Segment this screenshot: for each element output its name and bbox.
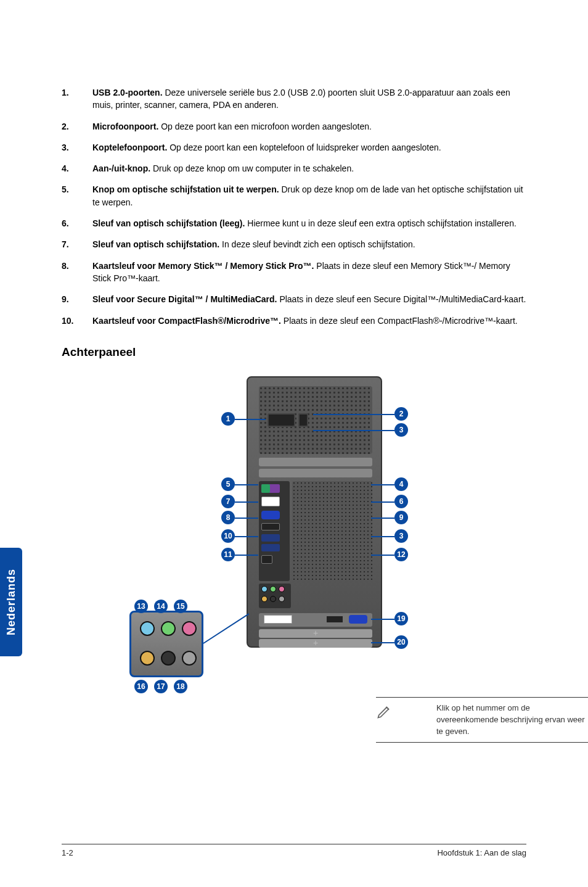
dvi-port-icon (264, 615, 292, 624)
feature-item: 8.Kaartsleuf voor Memory Stick™ / Memory… (62, 260, 526, 285)
callout-16[interactable]: 16 (134, 680, 148, 693)
callout-3[interactable]: 3 (394, 423, 408, 437)
feature-num: 5. (62, 183, 92, 208)
feature-text: Kaartsleuf voor CompactFlash®/Microdrive… (92, 315, 526, 327)
feature-num: 2. (62, 120, 92, 133)
callout-line (235, 555, 258, 556)
dvi-port-icon (261, 497, 280, 506)
callout-3[interactable]: 3 (394, 529, 408, 543)
language-label: Nederlands (5, 569, 18, 635)
callout-14[interactable]: 14 (154, 600, 168, 613)
feature-item: 1.USB 2.0-poorten. Deze universele serië… (62, 86, 526, 112)
audio-jack-icon (270, 586, 276, 592)
feature-num: 10. (62, 315, 92, 327)
callout-line (235, 518, 258, 519)
info-note: Klik op het nummer om de overeenkomende … (376, 697, 588, 743)
callout-line (235, 419, 266, 420)
vent-strip (259, 458, 372, 466)
callout-13[interactable]: 13 (134, 600, 148, 613)
hdmi-port-icon (261, 523, 280, 530)
callout-line (371, 484, 394, 485)
feature-num: 4. (62, 162, 92, 175)
feature-text: Microfoonpoort. Op deze poort kan een mi… (92, 120, 526, 133)
expansion-card-row (259, 613, 372, 627)
section-heading: Achterpaneel (62, 345, 526, 359)
callout-line (313, 430, 394, 431)
feature-text: Kaartsleuf voor Memory Stick™ / Memory S… (92, 260, 526, 285)
feature-text: Sleuf voor Secure Digital™ / MultiMediaC… (92, 293, 526, 305)
feature-item: 2.Microfoonpoort. Op deze poort kan een … (62, 120, 526, 133)
audio-jack-icon (182, 651, 197, 666)
power-connector-icon (267, 413, 295, 427)
callout-4[interactable]: 4 (394, 477, 408, 491)
expansion-slot (259, 639, 372, 648)
feature-num: 3. (62, 141, 92, 154)
usb-port-icon (261, 534, 280, 542)
expansion-slot (259, 629, 372, 638)
feature-num: 8. (62, 260, 92, 285)
feature-item: 9.Sleuf voor Secure Digital™ / MultiMedi… (62, 293, 526, 305)
feature-text: Aan-/uit-knop. Druk op deze knop om uw c… (92, 162, 526, 175)
feature-item: 3.Koptelefoonpoort. Op deze poort kan ee… (62, 141, 526, 154)
zoom-leader-line (203, 613, 249, 644)
ps2-port-icon (261, 484, 270, 493)
page-number: 1-2 (62, 848, 73, 857)
callout-17[interactable]: 17 (154, 680, 168, 693)
usb-port-icon (261, 544, 280, 551)
audio-jack-icon (140, 621, 155, 636)
callout-line (235, 536, 258, 537)
feature-text: Sleuf van optisch schijfstation. In deze… (92, 238, 526, 250)
pencil-icon (376, 703, 393, 720)
callout-8[interactable]: 8 (221, 511, 235, 524)
feature-text: Koptelefoonpoort. Op deze poort kan een … (92, 141, 526, 154)
feature-item: 5.Knop om optische schijfstation uit te … (62, 183, 526, 208)
lan-port-icon (261, 555, 272, 564)
feature-num: 1. (62, 86, 92, 112)
callout-19[interactable]: 19 (394, 612, 408, 625)
rear-panel-diagram: 1 5 7 8 10 11 2 3 4 6 9 3 12 19 20 13 14… (62, 376, 526, 685)
page-footer: 1-2 Hoofdstuk 1: Aan de slag (0, 844, 588, 857)
vent-strip (259, 469, 372, 477)
feature-num: 6. (62, 217, 92, 229)
audio-jack-icon (279, 586, 285, 592)
audio-jack-zoom (129, 611, 203, 677)
callout-20[interactable]: 20 (394, 635, 408, 649)
audio-jack-icon (161, 621, 176, 636)
feature-item: 4.Aan-/uit-knop. Druk op deze knop om uw… (62, 162, 526, 175)
callout-9[interactable]: 9 (394, 511, 408, 524)
callout-11[interactable]: 11 (221, 548, 235, 561)
feature-num: 7. (62, 238, 92, 250)
callout-line (313, 414, 394, 415)
chassis-grille (292, 481, 372, 581)
feature-num: 9. (62, 293, 92, 305)
language-tab: Nederlands (0, 548, 22, 656)
callout-1[interactable]: 1 (221, 412, 235, 426)
feature-text: USB 2.0-poorten. Deze universele seriële… (92, 86, 526, 112)
feature-item: 7.Sleuf van optisch schijfstation. In de… (62, 238, 526, 250)
callout-line (235, 484, 258, 485)
audio-jack-icon (270, 596, 276, 602)
feature-list: 1.USB 2.0-poorten. Deze universele serië… (62, 86, 526, 327)
audio-jack-icon (279, 596, 285, 602)
callout-5[interactable]: 5 (221, 477, 235, 491)
audio-jack-icon (140, 651, 155, 666)
audio-jack-icon (182, 621, 197, 636)
vga-port-icon (261, 511, 280, 519)
feature-item: 10.Kaartsleuf voor CompactFlash®/Microdr… (62, 315, 526, 327)
audio-jack-icon (261, 586, 267, 592)
feature-item: 6.Sleuf van optisch schijfstation (leeg)… (62, 217, 526, 229)
callout-7[interactable]: 7 (221, 495, 235, 508)
callout-line (371, 501, 394, 503)
audio-jack-icon (261, 596, 267, 602)
tower-illustration (247, 376, 382, 648)
feature-text: Knop om optische schijfstation uit te we… (92, 183, 526, 208)
callout-10[interactable]: 10 (221, 529, 235, 543)
callout-18[interactable]: 18 (174, 680, 187, 693)
callout-2[interactable]: 2 (394, 407, 408, 421)
callout-line (235, 501, 258, 503)
callout-6[interactable]: 6 (394, 495, 408, 508)
callout-line (371, 555, 394, 556)
callout-line (371, 536, 394, 537)
callout-15[interactable]: 15 (174, 600, 187, 613)
callout-12[interactable]: 12 (394, 548, 408, 561)
